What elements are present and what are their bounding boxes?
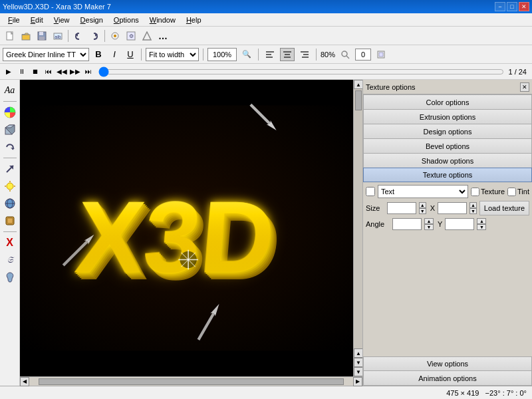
minimize-button[interactable]: − bbox=[495, 2, 505, 11]
zoom-input[interactable] bbox=[207, 48, 237, 61]
italic-button[interactable]: I bbox=[108, 48, 121, 61]
rotate-tool[interactable] bbox=[2, 139, 18, 155]
svg-point-11 bbox=[114, 35, 116, 37]
redo-button[interactable] bbox=[87, 29, 102, 43]
y-spin-up[interactable]: ▲ bbox=[477, 218, 486, 224]
menu-bar: File Edit View Design Options Window Hel… bbox=[0, 13, 532, 27]
angle-input[interactable] bbox=[392, 218, 422, 230]
restore-button[interactable]: □ bbox=[507, 2, 517, 11]
zoom-80-icon[interactable] bbox=[338, 47, 352, 62]
hscroll-right[interactable]: ▶ bbox=[353, 377, 362, 386]
export-button[interactable]: alb bbox=[51, 29, 65, 43]
frame-slider[interactable] bbox=[98, 67, 504, 76]
canvas-v-thumb[interactable] bbox=[355, 90, 362, 110]
special-tool-2[interactable] bbox=[2, 269, 18, 285]
size-spin-up[interactable]: ▲ bbox=[419, 202, 426, 208]
fit-select[interactable]: Fit to width Fit to height Custom bbox=[146, 48, 199, 61]
prev-end-button[interactable]: ⏮ bbox=[43, 66, 55, 78]
menu-view[interactable]: View bbox=[49, 14, 75, 26]
y-spin-dn[interactable]: ▼ bbox=[477, 224, 486, 230]
cursor-button[interactable] bbox=[108, 29, 122, 43]
x-spin-dn[interactable]: ▼ bbox=[469, 208, 477, 214]
next-end-button[interactable]: ⏭ bbox=[82, 66, 94, 78]
x-label: X bbox=[430, 204, 435, 212]
extrusion-tool[interactable] bbox=[2, 122, 18, 138]
shadow-options-button[interactable]: Shadow options bbox=[363, 153, 532, 168]
angle-spin-dn[interactable]: ▼ bbox=[424, 224, 434, 230]
angle-spin-up[interactable]: ▲ bbox=[424, 218, 434, 224]
rotation-icon[interactable] bbox=[374, 47, 388, 62]
aa-tool-label[interactable]: Aa bbox=[2, 82, 18, 98]
special-tool-1[interactable]: 𝔖 bbox=[2, 252, 18, 268]
close-button[interactable]: ✕ bbox=[519, 2, 529, 11]
bevel-options-button[interactable]: Bevel options bbox=[363, 138, 532, 153]
undo-button[interactable] bbox=[71, 29, 86, 43]
frame-counter: 1 / 24 bbox=[508, 68, 527, 76]
svg-line-25 bbox=[346, 56, 349, 59]
view-options-button[interactable]: View options bbox=[363, 356, 532, 371]
align-left-button[interactable] bbox=[263, 48, 277, 61]
stop-button[interactable]: ⏹ bbox=[29, 66, 41, 78]
arrow-tool[interactable] bbox=[2, 161, 18, 177]
align-center-button[interactable] bbox=[280, 48, 295, 61]
play-button[interactable]: ▶ bbox=[3, 66, 15, 78]
canvas-scroll-page-up[interactable]: ▲ bbox=[354, 348, 363, 358]
align-right-button[interactable] bbox=[297, 48, 312, 61]
canvas-area[interactable]: X3D X3D X3D X3D X3D X3D X3D X3D bbox=[20, 80, 353, 376]
globe-tool[interactable] bbox=[2, 196, 18, 211]
right-panel-close[interactable]: ✕ bbox=[520, 82, 529, 92]
more-button[interactable]: … bbox=[156, 29, 170, 43]
texture-enable-checkbox[interactable] bbox=[366, 187, 375, 196]
menu-edit[interactable]: Edit bbox=[25, 14, 49, 26]
shape-tool[interactable] bbox=[2, 213, 18, 229]
color-options-button[interactable]: Color options bbox=[363, 94, 532, 109]
save-button[interactable] bbox=[35, 29, 49, 43]
left-toolbar: Aa X 𝔖 bbox=[0, 80, 20, 386]
window-controls: − □ ✕ bbox=[495, 2, 529, 11]
design-options-button[interactable]: Design options bbox=[363, 124, 532, 138]
canvas-scroll-up[interactable]: ▲ bbox=[354, 80, 363, 89]
menu-help[interactable]: Help bbox=[181, 14, 207, 26]
texture-type-select[interactable]: Text bbox=[378, 185, 468, 198]
hscroll-left[interactable]: ◀ bbox=[20, 377, 29, 386]
font-select[interactable]: Greek Diner Inline TT bbox=[3, 48, 89, 61]
rotation-input[interactable] bbox=[355, 49, 371, 61]
x-input[interactable] bbox=[438, 202, 467, 214]
y-input[interactable] bbox=[445, 218, 474, 230]
properties-button[interactable] bbox=[140, 29, 154, 43]
size-input[interactable] bbox=[387, 202, 416, 214]
svg-point-36 bbox=[7, 183, 13, 190]
x-spin-up[interactable]: ▲ bbox=[469, 202, 477, 208]
light-tool[interactable] bbox=[2, 178, 18, 194]
h-scroll-thumb[interactable] bbox=[39, 378, 344, 385]
load-texture-button[interactable]: Load texture bbox=[479, 201, 529, 215]
open-button[interactable] bbox=[19, 29, 33, 43]
menu-options[interactable]: Options bbox=[108, 14, 144, 26]
options-button[interactable]: ⚙ bbox=[124, 29, 138, 43]
svg-rect-27 bbox=[379, 53, 383, 57]
texture-checkbox[interactable] bbox=[471, 188, 479, 196]
new-button[interactable] bbox=[3, 29, 17, 43]
main-area: Aa X 𝔖 bbox=[0, 80, 532, 386]
animation-options-button[interactable]: Animation options bbox=[363, 371, 532, 386]
texture-options-button[interactable]: Texture options bbox=[363, 168, 532, 182]
menu-window[interactable]: Window bbox=[144, 14, 181, 26]
menu-design[interactable]: Design bbox=[75, 14, 108, 26]
texture-row-3: Angle ▲ ▼ Y ▲ ▼ bbox=[366, 218, 529, 230]
tint-checkbox[interactable] bbox=[507, 188, 516, 196]
toolbar2-sep-3 bbox=[258, 49, 259, 61]
underline-button[interactable]: U bbox=[124, 48, 137, 61]
zoom-icon[interactable]: 🔍 bbox=[239, 47, 254, 62]
svg-text:X3D: X3D bbox=[72, 180, 279, 294]
extrusion-options-button[interactable]: Extrusion options bbox=[363, 109, 532, 124]
size-spin-dn[interactable]: ▼ bbox=[419, 208, 426, 214]
canvas-scroll-page-dn[interactable]: ▼ bbox=[354, 358, 363, 367]
canvas-scroll-down[interactable]: ▼ bbox=[354, 367, 363, 376]
pause-button[interactable]: ⏸ bbox=[16, 66, 28, 78]
color-wheel-tool[interactable] bbox=[2, 104, 18, 120]
bold-button[interactable]: B bbox=[92, 48, 105, 61]
menu-file[interactable]: File bbox=[3, 14, 25, 26]
x-tool[interactable]: X bbox=[2, 235, 18, 251]
next-frame-button[interactable]: ▶▶ bbox=[69, 66, 81, 78]
prev-frame-button[interactable]: ◀◀ bbox=[56, 66, 68, 78]
